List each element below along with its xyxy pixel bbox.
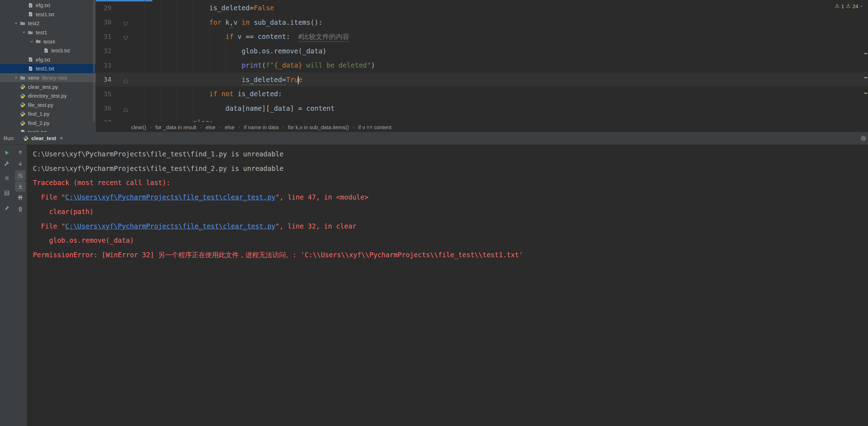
console-output[interactable]: C:\Users\xyf\PycharmProjects\file_test\f… (27, 145, 868, 426)
stack-trace-link[interactable]: C:\Users\xyf\PycharmProjects\file_test\c… (65, 193, 276, 201)
editor-gutter: 35 (96, 87, 145, 101)
scroll-to-end-button[interactable] (15, 182, 25, 191)
code-line-29[interactable]: 29is_deleted=False (96, 1, 868, 15)
soft-wrap-button[interactable] (15, 171, 25, 180)
trash-button[interactable] (15, 204, 25, 214)
close-icon[interactable]: × (60, 135, 63, 141)
text-file-icon (27, 65, 34, 72)
wrench-button[interactable] (2, 159, 12, 169)
breadcrumb-item[interactable]: if v == content (358, 124, 392, 130)
project-tree-scrollbar[interactable] (93, 0, 95, 122)
tree-item-test4[interactable]: test4 (0, 37, 96, 46)
tree-item-file_test-py[interactable]: file_test.py (0, 100, 96, 110)
editor-gutter: 32 (96, 44, 145, 58)
tree-item-test1[interactable]: test1 (0, 28, 96, 37)
fold-region-end-icon[interactable] (123, 77, 128, 82)
fold-region-end-icon[interactable] (123, 106, 128, 111)
console-line: C:\Users\xyf\PycharmProjects\file_test\f… (33, 161, 868, 176)
printer-button[interactable] (15, 192, 25, 202)
tree-item-test2[interactable]: test2 (0, 19, 96, 28)
breadcrumb-item[interactable]: clear() (131, 124, 146, 130)
warning-triangle-icon: ⚠ (835, 3, 839, 9)
tree-item-efg-txt[interactable]: efg.txt (0, 1, 96, 10)
stop-button[interactable] (2, 173, 12, 183)
line-number[interactable]: 30 (99, 18, 111, 26)
run-toolbar (0, 145, 27, 426)
code-text[interactable]: for k,v in sub_data.items(): (145, 15, 868, 30)
code-text[interactable]: is_deleted=True (145, 73, 868, 87)
code-text[interactable]: glob.os.remove(_data) (145, 44, 868, 58)
code-text[interactable]: print(f"{_data} will be deleted") (145, 58, 868, 73)
line-number[interactable]: 32 (99, 47, 111, 54)
code-text[interactable]: if not is_deleted: (145, 87, 868, 101)
line-number[interactable]: 33 (99, 62, 111, 69)
code-line-37[interactable]: 37else: (96, 115, 868, 122)
breadcrumb-item[interactable]: for _data in result (156, 124, 197, 130)
tree-item-test3-txt[interactable]: test3.txt (0, 46, 96, 55)
project-tree: efg.txttest1.txttest2test1test4test3.txt… (0, 0, 96, 132)
chevron-down-icon[interactable] (28, 38, 35, 45)
console-text: Traceback (most recent call last): (33, 179, 170, 186)
code-token: is_deleted= (242, 76, 286, 84)
fold-region-end-icon[interactable] (123, 120, 128, 122)
fold-region-start-icon[interactable] (123, 34, 128, 39)
folder-icon (19, 20, 26, 27)
run-button[interactable] (2, 148, 12, 157)
pin-button[interactable] (2, 203, 12, 213)
line-number[interactable]: 31 (99, 33, 111, 40)
python-file-icon (19, 93, 26, 99)
run-tab-clear-test[interactable]: clear_test × (20, 132, 66, 144)
breadcrumb-item[interactable]: else (225, 124, 235, 130)
console-text: PermissionError: [WinError 32] 另一个程序正在使用… (33, 251, 523, 259)
breadcrumb-item[interactable]: if name in data (244, 124, 278, 130)
tree-item-venv[interactable]: venvlibrary root (0, 73, 96, 82)
code-line-35[interactable]: 35if not is_deleted: (96, 87, 868, 101)
breadcrumb-item[interactable]: else (206, 124, 216, 130)
layout-button[interactable] (2, 188, 12, 198)
tree-item-find_2-py[interactable]: find_2.py (0, 119, 96, 128)
chevron-right-icon[interactable] (12, 75, 19, 81)
line-number[interactable]: 29 (99, 4, 111, 12)
text-file-icon (27, 56, 34, 63)
tree-item-test1-txt[interactable]: test1.txt (0, 64, 96, 73)
fold-region-start-icon[interactable] (123, 20, 128, 25)
code-text[interactable]: else: (145, 115, 868, 122)
line-number[interactable]: 35 (99, 90, 111, 98)
up-arrow-icon (17, 149, 23, 156)
console-text: ", line 32, in clear (275, 222, 356, 230)
code-line-30[interactable]: 30for k,v in sub_data.items(): (96, 15, 868, 30)
tree-item-find_1-py[interactable]: find_1.py (0, 109, 96, 119)
code-line-36[interactable]: 36data[name][_data] = content (96, 101, 868, 116)
line-number[interactable]: 36 (99, 104, 111, 112)
down-arrow-button[interactable] (15, 159, 25, 168)
tree-item-test1-txt[interactable]: test1.txt (0, 10, 96, 19)
tree-item-test1-txt[interactable]: test1.txt (0, 127, 96, 132)
text-file-icon (19, 129, 26, 132)
editor-gutter: 30 (96, 15, 145, 30)
gear-icon[interactable] (860, 135, 867, 142)
editor-code-area[interactable]: 29is_deleted=False30for k,v in sub_data.… (96, 0, 868, 122)
breadcrumb-item[interactable]: for k,v in sub_data.items() (288, 124, 349, 130)
tree-item-efg-txt[interactable]: efg.txt (0, 55, 96, 64)
code-token: not (221, 90, 233, 98)
tree-item-clear_test-py[interactable]: clear_test.py (0, 82, 96, 91)
code-line-31[interactable]: 31if v == content: #比较文件的内容 (96, 29, 868, 44)
layout-icon (4, 190, 10, 196)
inspections-widget[interactable]: ⚠ 1 ⚠ 24 › (835, 3, 862, 9)
tree-item-directory_test-py[interactable]: directory_test.py (0, 91, 96, 100)
editor[interactable]: 29is_deleted=False30for k,v in sub_data.… (96, 0, 868, 122)
code-text[interactable]: is_deleted=False (145, 1, 868, 15)
stack-trace-link[interactable]: C:\Users\xyf\PycharmProjects\file_test\c… (65, 222, 276, 230)
code-line-32[interactable]: 32glob.os.remove(_data) (96, 44, 868, 58)
code-line-34[interactable]: 34is_deleted=True (96, 73, 868, 87)
code-line-33[interactable]: 33print(f"{_data} will be deleted") (96, 58, 868, 73)
code-text[interactable]: if v == content: #比较文件的内容 (145, 29, 868, 44)
line-number[interactable]: 37 (99, 119, 111, 122)
chevron-down-icon[interactable] (20, 29, 27, 36)
code-token (217, 90, 221, 98)
breadcrumbs: clear()›for _data in result›else›else›if… (96, 122, 868, 132)
up-arrow-button[interactable] (15, 148, 25, 157)
line-number[interactable]: 34 (99, 76, 111, 83)
chevron-down-icon[interactable] (12, 20, 19, 27)
code-text[interactable]: data[name][_data] = content (145, 101, 868, 116)
